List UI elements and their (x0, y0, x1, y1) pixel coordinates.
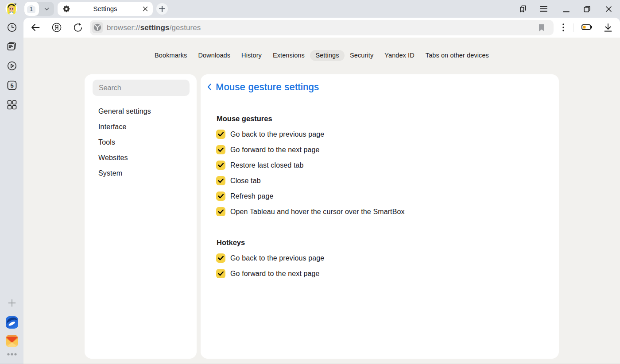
svg-text:1: 1 (30, 6, 33, 12)
svg-text:5: 5 (10, 82, 13, 89)
